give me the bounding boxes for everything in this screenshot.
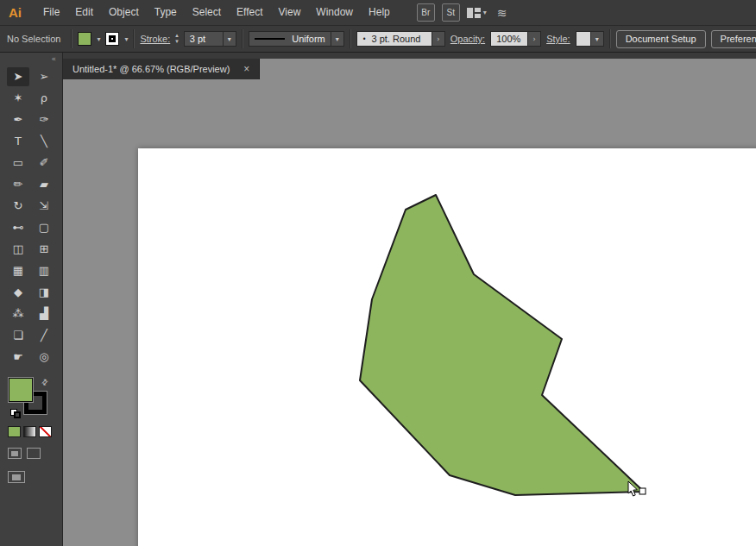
default-fill-stroke-icon[interactable] [10, 409, 21, 417]
app-logo: Ai [9, 5, 22, 20]
stock-button[interactable]: St [442, 3, 460, 22]
close-icon[interactable]: × [243, 64, 249, 74]
symbol-sprayer-tool[interactable]: ⁂ [7, 304, 29, 323]
menu-effect[interactable]: Effect [229, 0, 270, 25]
style-panel-link[interactable]: Style: [546, 34, 570, 44]
chevron-down-icon[interactable]: ▾ [591, 31, 604, 47]
menu-edit[interactable]: Edit [67, 0, 101, 25]
none-button[interactable] [39, 426, 52, 437]
chevron-down-icon[interactable]: ▾ [331, 31, 344, 47]
selection-status-label: No Selection [7, 34, 60, 44]
divider [350, 29, 351, 48]
chevron-right-icon[interactable]: › [528, 31, 541, 47]
drawn-polygon[interactable] [360, 195, 644, 495]
free-transform-tool[interactable]: ▢ [33, 218, 55, 237]
document-setup-button[interactable]: Document Setup [616, 30, 706, 48]
brush-definition-value: 3 pt. Round [372, 34, 421, 44]
menu-select[interactable]: Select [185, 0, 229, 25]
opacity-field[interactable]: 100% [490, 31, 528, 47]
lasso-tool[interactable]: ρ [33, 89, 55, 108]
chevron-down-icon: ▾ [483, 9, 487, 16]
hand-tool[interactable]: ☛ [7, 348, 29, 367]
menu-view[interactable]: View [271, 0, 309, 25]
chevron-down-icon[interactable]: ▾ [224, 31, 236, 47]
bridge-button[interactable]: Br [417, 3, 435, 22]
swap-fill-stroke-icon[interactable]: ⇄ [40, 377, 50, 387]
anchor-point-handle[interactable] [639, 488, 646, 494]
selection-tool[interactable]: ➤ [7, 67, 29, 86]
divider [71, 29, 72, 48]
menu-object[interactable]: Object [101, 0, 147, 25]
tools-panel: « ➤➢✶ρ✒✑T╲▭✐✏▰↻⇲⊷▢◫⊞▦▥◆◨⁂▟❏╱☛◎ ⇄ [0, 53, 63, 546]
stroke-profile-preview [255, 38, 285, 40]
fill-color-swatch[interactable] [78, 32, 91, 46]
artboard-drawing-svg [138, 148, 756, 546]
paintbrush-tool[interactable]: ✐ [33, 154, 55, 173]
fill-stroke-indicator: ⇄ [9, 378, 48, 417]
draw-normal-button[interactable] [8, 448, 22, 459]
scale-tool[interactable]: ⇲ [33, 197, 55, 216]
canvas[interactable] [63, 79, 756, 546]
document-tab-title: Untitled-1* @ 66.67% (RGB/Preview) [72, 64, 230, 74]
artboard-tool[interactable]: ❏ [7, 326, 29, 345]
brush-dot-icon: • [362, 35, 367, 43]
touch-gesture-icon[interactable]: ≋ [497, 6, 507, 20]
type-tool[interactable]: T [7, 132, 29, 151]
column-graph-tool[interactable]: ▟ [33, 304, 55, 323]
color-button[interactable] [8, 426, 21, 437]
eyedropper-tool[interactable]: ◆ [7, 283, 29, 302]
menubar-right: Br St ▾ ≋ [417, 3, 507, 22]
menu-type[interactable]: Type [147, 0, 185, 25]
document-tab[interactable]: Untitled-1* @ 66.67% (RGB/Preview) × [63, 59, 260, 79]
zoom-tool[interactable]: ◎ [33, 348, 55, 367]
artboard[interactable] [138, 148, 756, 546]
workspace-grid-cell [475, 14, 481, 18]
draw-behind-button[interactable] [27, 448, 41, 459]
curvature-tool[interactable]: ✑ [33, 110, 55, 129]
stroke-swatch-ring [109, 35, 116, 42]
fill-indicator[interactable] [9, 378, 33, 402]
paint-style-buttons [8, 426, 62, 437]
tools-grid: ➤➢✶ρ✒✑T╲▭✐✏▰↻⇲⊷▢◫⊞▦▥◆◨⁂▟❏╱☛◎ [0, 66, 62, 367]
divider [133, 29, 135, 48]
menu-file[interactable]: File [35, 0, 67, 25]
rectangle-tool[interactable]: ▭ [7, 154, 29, 173]
chevron-down-icon[interactable]: ▾ [124, 35, 128, 43]
stroke-weight-field[interactable]: 3 pt [184, 31, 224, 47]
blend-tool[interactable]: ◨ [33, 283, 55, 302]
chevron-right-icon[interactable]: › [432, 31, 445, 47]
workspace-grid-icon [467, 8, 481, 18]
document-area: Untitled-1* @ 66.67% (RGB/Preview) × [63, 53, 756, 546]
gradient-button[interactable] [23, 426, 36, 437]
stroke-color-swatch[interactable] [105, 32, 119, 46]
variable-width-profile-dropdown[interactable]: Uniform [249, 31, 331, 47]
direct-selection-tool[interactable]: ➢ [33, 67, 55, 86]
menu-window[interactable]: Window [308, 0, 361, 25]
eraser-tool[interactable]: ▰ [33, 175, 55, 194]
gradient-tool[interactable]: ▥ [33, 261, 55, 280]
chevron-down-icon[interactable]: ▾ [97, 35, 100, 43]
perspective-grid-tool[interactable]: ⊞ [33, 240, 55, 259]
control-bar: No Selection ▾ ▾ Stroke: ▴ ▾ 3 pt ▾ Unif… [0, 26, 756, 53]
workspace-switcher[interactable]: ▾ [467, 8, 487, 18]
line-segment-tool[interactable]: ╲ [33, 132, 55, 151]
graphic-style-swatch[interactable] [576, 31, 591, 47]
illustrator-app: Ai FileEditObjectTypeSelectEffectViewWin… [0, 0, 756, 546]
rotate-tool[interactable]: ↻ [7, 197, 29, 216]
menu-help[interactable]: Help [361, 0, 398, 25]
stroke-panel-link[interactable]: Stroke: [140, 34, 170, 44]
brush-definition-dropdown[interactable]: • 3 pt. Round [356, 31, 432, 47]
width-tool[interactable]: ⊷ [7, 218, 29, 237]
collapse-panel-icon[interactable]: « [0, 53, 62, 66]
opacity-panel-link[interactable]: Opacity: [450, 34, 485, 44]
shape-builder-tool[interactable]: ◫ [7, 240, 29, 259]
mesh-tool[interactable]: ▦ [7, 261, 29, 280]
pen-tool[interactable]: ✒ [7, 110, 29, 129]
stepper-down-icon[interactable]: ▾ [175, 39, 179, 45]
screen-mode-button[interactable] [8, 471, 25, 483]
magic-wand-tool[interactable]: ✶ [7, 89, 29, 108]
pencil-tool[interactable]: ✏ [7, 175, 29, 194]
preferences-button[interactable]: Preferences [711, 30, 756, 48]
slice-tool[interactable]: ╱ [33, 326, 55, 345]
stroke-weight-stepper[interactable]: ▴ ▾ [175, 33, 179, 45]
